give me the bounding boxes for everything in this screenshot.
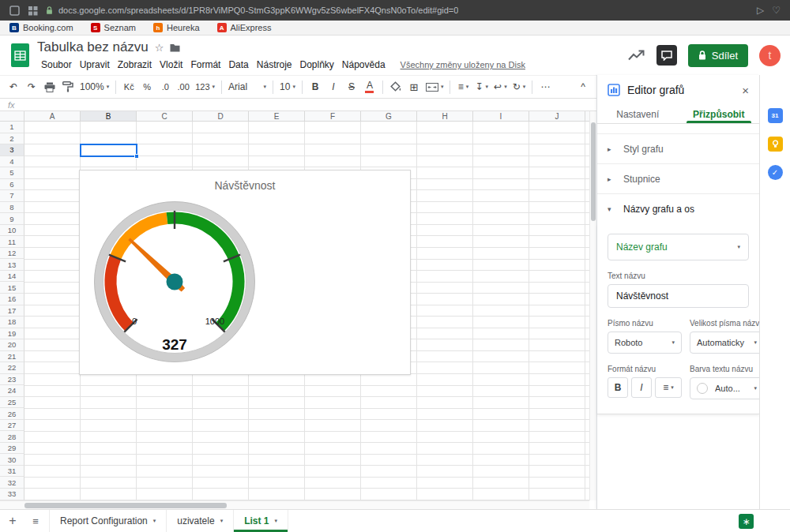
sheets-logo-icon[interactable] — [11, 43, 29, 67]
strikethrough-button[interactable]: S — [343, 78, 360, 96]
column-header-A[interactable]: A — [24, 111, 81, 122]
title-color-select[interactable]: Auto... ▾ — [690, 377, 764, 399]
address-bar[interactable]: docs.google.com/spreadsheets/d/1PR8rViMP… — [46, 6, 749, 15]
apps-grid-icon[interactable] — [28, 6, 38, 16]
title-font-size-select[interactable]: Automaticky ▾ — [690, 332, 764, 354]
url-text[interactable]: docs.google.com/spreadsheets/d/1PR8rViMP… — [58, 6, 458, 15]
insights-icon[interactable] — [628, 50, 645, 61]
column-header-F[interactable]: F — [305, 111, 361, 122]
row-header-1[interactable]: 1 — [0, 122, 24, 133]
borders-button[interactable]: ⊞ — [405, 78, 423, 96]
tasks-icon[interactable]: ✓ — [768, 165, 783, 180]
row-header-13[interactable]: 13 — [0, 259, 24, 271]
text-color-button[interactable]: A — [361, 78, 378, 96]
star-icon[interactable]: ☆ — [155, 42, 164, 54]
bold-button[interactable]: B — [307, 78, 324, 96]
row-header-4[interactable]: 4 — [0, 156, 24, 168]
row-header-7[interactable]: 7 — [0, 190, 24, 202]
horizontal-scrollbar[interactable] — [0, 500, 589, 509]
menu-item-2[interactable]: Zobrazit — [114, 58, 156, 72]
row-header-32[interactable]: 32 — [0, 477, 24, 489]
menu-item-8[interactable]: Nápověda — [338, 58, 389, 72]
collapse-toolbar-button[interactable]: ^ — [574, 78, 592, 96]
section-chart-style[interactable]: ▸ Styl grafu — [597, 134, 759, 164]
fill-color-button[interactable] — [387, 78, 404, 96]
vertical-scrollbar-thumb[interactable] — [591, 122, 596, 221]
menu-item-3[interactable]: Vložit — [156, 58, 186, 72]
add-sheet-button[interactable]: + — [0, 514, 25, 528]
keep-icon[interactable] — [768, 137, 783, 152]
share-button[interactable]: Sdílet — [688, 44, 748, 67]
column-header-E[interactable]: E — [249, 111, 305, 122]
sheet-tab-1[interactable]: uzivatele▾ — [167, 510, 234, 532]
bookmark-2[interactable]: hHeureka — [153, 23, 200, 32]
decrease-decimals-button[interactable]: .0 — [156, 78, 174, 96]
tab-customize[interactable]: Přizpůsobit — [679, 105, 760, 123]
close-icon[interactable]: × — [742, 84, 749, 97]
sheet-tab-menu-icon[interactable]: ▾ — [153, 518, 156, 524]
title-italic-button[interactable]: I — [631, 377, 652, 398]
title-align-button[interactable]: ≡ ▾ — [655, 377, 682, 398]
column-header-B[interactable]: B — [81, 111, 137, 122]
sheet-tab-menu-icon[interactable]: ▾ — [274, 518, 277, 524]
formula-input[interactable] — [23, 99, 596, 111]
row-header-23[interactable]: 23 — [0, 374, 24, 386]
sheet-tab-2[interactable]: List 1▾ — [234, 510, 288, 532]
text-rotate-button[interactable]: ↻ ▾ — [510, 78, 529, 96]
row-header-25[interactable]: 25 — [0, 397, 24, 409]
font-size-select[interactable]: 10 ▾ — [277, 78, 298, 96]
calendar-icon[interactable]: 31 — [768, 108, 783, 123]
undo-button[interactable]: ↶ — [5, 78, 22, 96]
row-header-33[interactable]: 33 — [0, 489, 24, 500]
document-title[interactable]: Tabulka bez názvu — [37, 39, 149, 55]
row-header-18[interactable]: 18 — [0, 317, 24, 328]
saved-status-link[interactable]: Všechny změny uloženy na Disk — [401, 60, 525, 69]
redo-button[interactable]: ↷ — [23, 78, 40, 96]
row-header-12[interactable]: 12 — [0, 248, 24, 260]
horizontal-align-button[interactable]: ≡ ▾ — [454, 78, 472, 96]
row-header-2[interactable]: 2 — [0, 133, 24, 145]
row-header-10[interactable]: 10 — [0, 225, 24, 237]
row-header-21[interactable]: 21 — [0, 351, 24, 363]
text-wrap-button[interactable]: ↩ ▾ — [491, 78, 510, 96]
menu-item-6[interactable]: Nástroje — [253, 58, 296, 72]
sheet-tab-0[interactable]: Report Configuration▾ — [50, 510, 167, 532]
row-header-26[interactable]: 26 — [0, 408, 24, 420]
merge-cells-button[interactable]: ▾ — [423, 78, 446, 96]
zoom-select[interactable]: 100% ▾ — [77, 78, 111, 96]
row-header-6[interactable]: 6 — [0, 179, 24, 191]
menu-item-4[interactable]: Formát — [186, 58, 224, 72]
bookmark-3[interactable]: AAliExpress — [217, 23, 272, 32]
paint-format-button[interactable] — [59, 78, 77, 96]
menu-item-5[interactable]: Data — [224, 58, 252, 72]
bookmark-1[interactable]: SSeznam — [91, 23, 136, 32]
more-toolbar-button[interactable]: ⋯ — [536, 78, 554, 96]
row-header-14[interactable]: 14 — [0, 271, 24, 283]
format-currency-button[interactable]: Kč — [120, 78, 137, 96]
row-header-31[interactable]: 31 — [0, 466, 24, 478]
row-header-16[interactable]: 16 — [0, 294, 24, 305]
row-header-5[interactable]: 5 — [0, 167, 24, 179]
menu-item-1[interactable]: Upravit — [76, 58, 114, 72]
avatar[interactable]: t — [759, 45, 781, 66]
row-header-9[interactable]: 9 — [0, 213, 24, 225]
folder-icon[interactable] — [170, 43, 180, 52]
row-header-11[interactable]: 11 — [0, 236, 24, 248]
row-header-19[interactable]: 19 — [0, 328, 24, 340]
heart-icon[interactable]: ♡ — [772, 5, 781, 16]
column-header-J[interactable]: J — [529, 111, 585, 122]
increase-decimals-button[interactable]: .00 — [175, 78, 192, 96]
section-chart-axis-titles[interactable]: ▾ Názvy grafu a os — [597, 194, 759, 224]
column-header-I[interactable]: I — [473, 111, 529, 122]
print-button[interactable] — [41, 78, 58, 96]
menu-item-7[interactable]: Doplňky — [295, 58, 337, 72]
sheet-tab-menu-icon[interactable]: ▾ — [220, 518, 224, 524]
font-select[interactable]: Arial ▾ — [226, 78, 269, 96]
row-header-3[interactable]: 3 — [0, 144, 24, 156]
vertical-scrollbar[interactable] — [589, 111, 596, 500]
row-header-15[interactable]: 15 — [0, 282, 24, 294]
menu-item-0[interactable]: Soubor — [37, 58, 76, 72]
row-header-17[interactable]: 17 — [0, 305, 24, 317]
column-header-D[interactable]: D — [193, 111, 249, 122]
row-header-30[interactable]: 30 — [0, 454, 24, 466]
